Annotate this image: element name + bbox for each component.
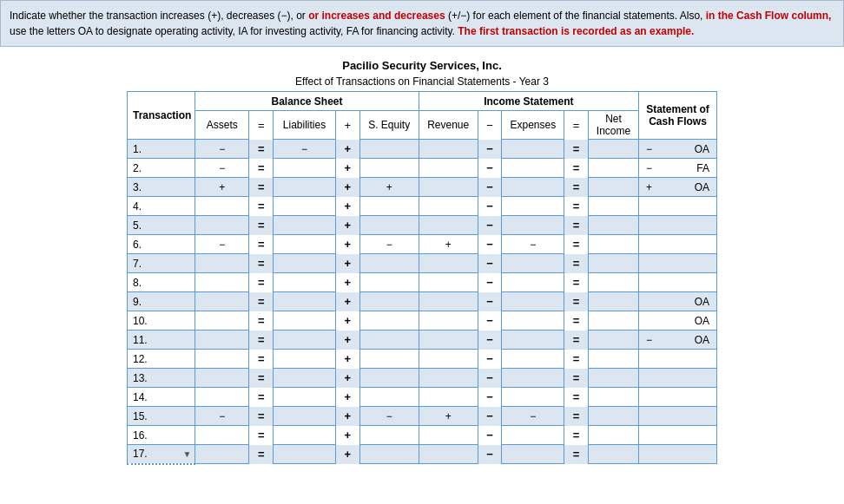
cell-assets[interactable] <box>195 311 249 331</box>
cell-net-income[interactable] <box>589 178 639 197</box>
cell-assets[interactable]: − <box>195 140 249 159</box>
cell-cash-flows[interactable] <box>639 350 717 369</box>
cell-assets[interactable] <box>195 197 249 216</box>
cell-sequity[interactable]: − <box>359 235 419 254</box>
cell-liabilities[interactable] <box>274 254 336 273</box>
dropdown-icon[interactable]: ▼ <box>182 449 191 459</box>
cell-liabilities[interactable] <box>274 292 336 311</box>
cell-expenses[interactable] <box>502 178 564 197</box>
cell-cash-flows[interactable] <box>639 426 717 445</box>
cell-liabilities[interactable] <box>274 178 336 197</box>
cell-liabilities[interactable]: − <box>274 140 336 159</box>
cell-revenue[interactable]: + <box>419 407 478 426</box>
cell-net-income[interactable] <box>589 445 639 464</box>
cell-revenue[interactable] <box>419 140 478 159</box>
cell-liabilities[interactable] <box>274 407 336 426</box>
cell-assets[interactable] <box>195 445 249 464</box>
cell-cash-flows[interactable]: −FA <box>639 159 717 178</box>
cell-revenue[interactable] <box>419 350 478 369</box>
cell-cash-flows[interactable] <box>639 197 717 216</box>
cell-net-income[interactable] <box>589 407 639 426</box>
cell-sequity[interactable] <box>359 311 419 331</box>
cell-net-income[interactable] <box>589 216 639 235</box>
cell-net-income[interactable] <box>589 311 639 331</box>
cell-liabilities[interactable] <box>274 197 336 216</box>
cell-revenue[interactable] <box>419 254 478 273</box>
cell-expenses[interactable] <box>502 292 564 311</box>
cell-liabilities[interactable] <box>274 369 336 388</box>
cell-cash-flows[interactable] <box>639 254 717 273</box>
cell-revenue[interactable] <box>419 311 478 331</box>
cell-net-income[interactable] <box>589 331 639 350</box>
cell-expenses[interactable] <box>502 350 564 369</box>
cell-expenses[interactable] <box>502 331 564 350</box>
cell-assets[interactable]: − <box>195 235 249 254</box>
cell-sequity[interactable] <box>359 388 419 407</box>
cell-cash-flows[interactable]: −OA <box>639 331 717 350</box>
cell-net-income[interactable] <box>589 426 639 445</box>
cell-revenue[interactable] <box>419 388 478 407</box>
cell-cash-flows[interactable] <box>639 216 717 235</box>
cell-sequity[interactable] <box>359 197 419 216</box>
cell-assets[interactable] <box>195 216 249 235</box>
cell-assets[interactable] <box>195 350 249 369</box>
cell-sequity[interactable] <box>359 426 419 445</box>
cell-sequity[interactable] <box>359 159 419 178</box>
cell-sequity[interactable] <box>359 369 419 388</box>
cell-liabilities[interactable] <box>274 350 336 369</box>
cell-expenses[interactable] <box>502 388 564 407</box>
cell-revenue[interactable] <box>419 426 478 445</box>
cell-liabilities[interactable] <box>274 216 336 235</box>
cell-assets[interactable] <box>195 273 249 292</box>
cell-revenue[interactable] <box>419 178 478 197</box>
cell-expenses[interactable] <box>502 140 564 159</box>
cell-liabilities[interactable] <box>274 273 336 292</box>
cell-net-income[interactable] <box>589 159 639 178</box>
cell-sequity[interactable] <box>359 254 419 273</box>
cell-assets[interactable] <box>195 426 249 445</box>
cell-cash-flows[interactable] <box>639 369 717 388</box>
cell-assets[interactable]: + <box>195 178 249 197</box>
cell-liabilities[interactable] <box>274 445 336 464</box>
cell-net-income[interactable] <box>589 350 639 369</box>
cell-sequity[interactable] <box>359 445 419 464</box>
cell-revenue[interactable] <box>419 159 478 178</box>
cell-assets[interactable] <box>195 292 249 311</box>
cell-sequity[interactable]: + <box>359 178 419 197</box>
cell-net-income[interactable] <box>589 273 639 292</box>
cell-sequity[interactable] <box>359 331 419 350</box>
cell-assets[interactable]: − <box>195 159 249 178</box>
cell-net-income[interactable] <box>589 140 639 159</box>
cell-liabilities[interactable] <box>274 235 336 254</box>
cell-sequity[interactable] <box>359 350 419 369</box>
cell-cash-flows[interactable]: OA <box>639 292 717 311</box>
cell-revenue[interactable] <box>419 197 478 216</box>
cell-cash-flows[interactable] <box>639 388 717 407</box>
cell-revenue[interactable] <box>419 273 478 292</box>
cell-liabilities[interactable] <box>274 159 336 178</box>
cell-expenses[interactable]: − <box>502 235 564 254</box>
cell-sequity[interactable] <box>359 273 419 292</box>
cell-expenses[interactable] <box>502 369 564 388</box>
cell-sequity[interactable] <box>359 292 419 311</box>
cell-cash-flows[interactable] <box>639 407 717 426</box>
cell-assets[interactable]: − <box>195 407 249 426</box>
cell-assets[interactable] <box>195 254 249 273</box>
cell-cash-flows[interactable] <box>639 445 717 464</box>
cell-revenue[interactable] <box>419 445 478 464</box>
cell-net-income[interactable] <box>589 254 639 273</box>
cell-liabilities[interactable] <box>274 311 336 331</box>
cell-cash-flows[interactable]: +OA <box>639 178 717 197</box>
cell-net-income[interactable] <box>589 235 639 254</box>
cell-revenue[interactable] <box>419 292 478 311</box>
cell-expenses[interactable] <box>502 216 564 235</box>
cell-net-income[interactable] <box>589 369 639 388</box>
cell-revenue[interactable] <box>419 216 478 235</box>
cell-expenses[interactable] <box>502 273 564 292</box>
cell-revenue[interactable] <box>419 369 478 388</box>
cell-liabilities[interactable] <box>274 388 336 407</box>
cell-sequity[interactable]: − <box>359 407 419 426</box>
cell-expenses[interactable] <box>502 311 564 331</box>
cell-assets[interactable] <box>195 369 249 388</box>
cell-net-income[interactable] <box>589 388 639 407</box>
